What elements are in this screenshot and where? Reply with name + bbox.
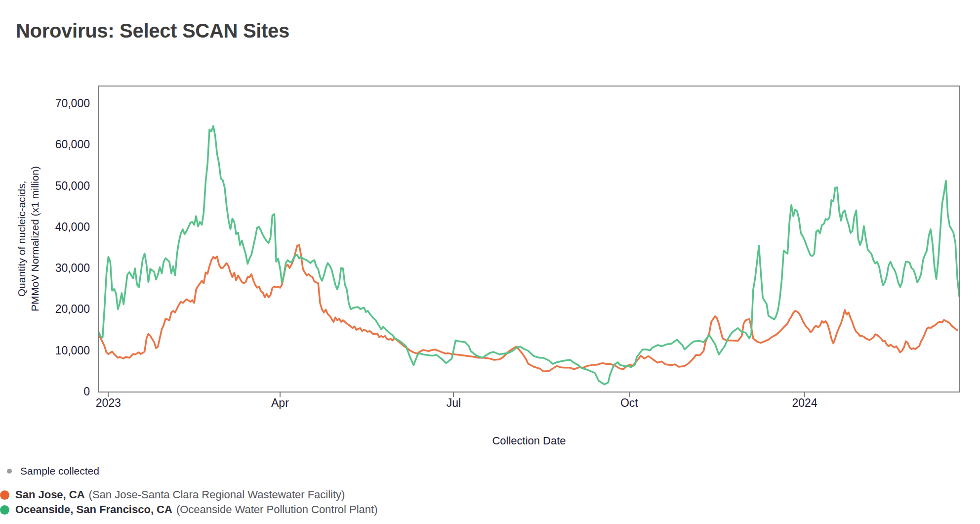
- legend-name-oceanside: Oceanside, San Francisco, CA: [15, 503, 172, 516]
- legend-detail-san-jose: (San Jose-Santa Clara Regional Wastewate…: [89, 488, 345, 501]
- y-tick-label: 60,000: [10, 137, 90, 151]
- y-tick-label: 20,000: [10, 302, 90, 316]
- page-title: Norovirus: Select SCAN Sites: [16, 20, 289, 42]
- x-tick-label: Oct: [595, 396, 664, 410]
- x-tick-label: Jul: [419, 396, 488, 410]
- chart-plot-area[interactable]: [98, 86, 960, 393]
- y-tick-label: 70,000: [10, 96, 90, 110]
- series-line-san-jose[interactable]: [99, 245, 957, 372]
- legend-dot-oceanside-icon: [0, 505, 9, 515]
- x-tick-label: 2024: [770, 396, 839, 410]
- x-tick-label: 2023: [74, 396, 143, 410]
- legend-name-san-jose: San Jose, CA: [15, 488, 85, 501]
- y-tick-label: 40,000: [10, 220, 90, 234]
- series-line-oceanside[interactable]: [99, 126, 959, 385]
- legend-item-san-jose[interactable]: San Jose, CA (San Jose-Santa Clara Regio…: [0, 488, 345, 501]
- x-tick-label: Apr: [245, 396, 315, 410]
- y-tick-label: 10,000: [10, 344, 90, 357]
- legend-item-oceanside[interactable]: Oceanside, San Francisco, CA (Oceanside …: [0, 503, 378, 516]
- sample-collected-label: Sample collected: [20, 465, 99, 477]
- x-axis-title: Collection Date: [99, 435, 959, 447]
- y-tick-label: 50,000: [10, 179, 90, 193]
- y-tick-label: 30,000: [10, 261, 90, 275]
- series-canvas[interactable]: [99, 87, 959, 392]
- legend-sample-row: Sample collected: [4, 465, 99, 477]
- app-window: Norovirus: Select SCAN Sites Quantity of…: [0, 0, 980, 524]
- sample-collected-dot-icon: [7, 469, 12, 474]
- legend-detail-oceanside: (Oceanside Water Pollution Control Plant…: [176, 503, 378, 516]
- legend-dot-san-jose-icon: [0, 490, 9, 500]
